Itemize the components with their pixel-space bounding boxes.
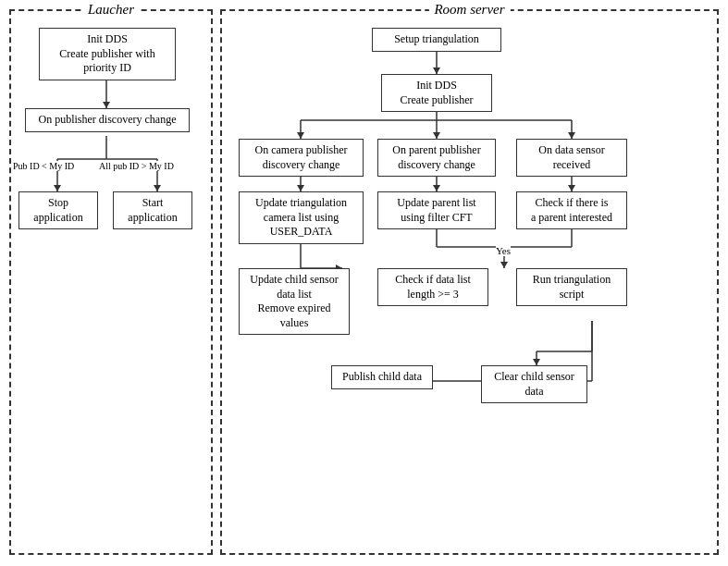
room-check-parent: Check if there is a parent interested — [516, 191, 627, 229]
all-pub-label: All pub ID > My ID — [99, 161, 174, 171]
svg-marker-5 — [54, 185, 61, 191]
launcher-on-publisher: On publisher discovery change — [25, 108, 190, 132]
launcher-start-app: Start application — [113, 191, 192, 229]
yes-label-1: Yes — [496, 245, 511, 256]
room-publish: Publish child data — [331, 365, 433, 389]
room-update-child: Update child sensor data list Remove exp… — [239, 268, 350, 335]
room-update-tri: Update triangulation camera list using U… — [239, 191, 364, 244]
svg-marker-29 — [500, 262, 508, 268]
room-title: Room server — [428, 2, 510, 18]
launcher-panel: Laucher Init DDS Create publisher with — [9, 9, 213, 555]
room-update-parent: Update parent list using filter CFT — [377, 191, 496, 229]
room-init-dds: Init DDS Create publisher — [381, 74, 492, 112]
room-on-parent: On parent publisher discovery change — [377, 139, 496, 177]
launcher-init-dds: Init DDS Create publisher with priority … — [39, 28, 176, 80]
svg-marker-44 — [533, 359, 540, 365]
room-on-data: On data sensor received — [516, 139, 627, 177]
svg-marker-24 — [568, 185, 575, 191]
room-setup-tri: Setup triangulation — [372, 28, 501, 52]
svg-marker-18 — [568, 132, 575, 139]
room-on-camera: On camera publisher discovery change — [239, 139, 364, 177]
room-run-tri: Run triangulation script — [516, 268, 627, 306]
svg-marker-8 — [154, 185, 161, 191]
svg-marker-16 — [433, 132, 440, 139]
launcher-arrows — [11, 11, 211, 553]
launcher-title: Laucher — [82, 2, 140, 18]
svg-marker-20 — [297, 185, 304, 191]
launcher-stop-app: Stop application — [19, 191, 98, 229]
room-panel: Room server — [220, 9, 719, 555]
svg-marker-1 — [103, 102, 110, 108]
main-wrapper: Laucher Init DDS Create publisher with — [9, 9, 719, 557]
room-clear: Clear child sensor data — [481, 365, 587, 403]
room-check-data: Check if data list length >= 3 — [377, 268, 488, 306]
diagram-container: Laucher Init DDS Create publisher with — [0, 0, 728, 566]
svg-marker-22 — [433, 185, 440, 191]
svg-marker-14 — [297, 132, 304, 139]
svg-marker-10 — [433, 68, 440, 74]
pub-lt-label: Pub ID < My ID — [13, 161, 74, 171]
